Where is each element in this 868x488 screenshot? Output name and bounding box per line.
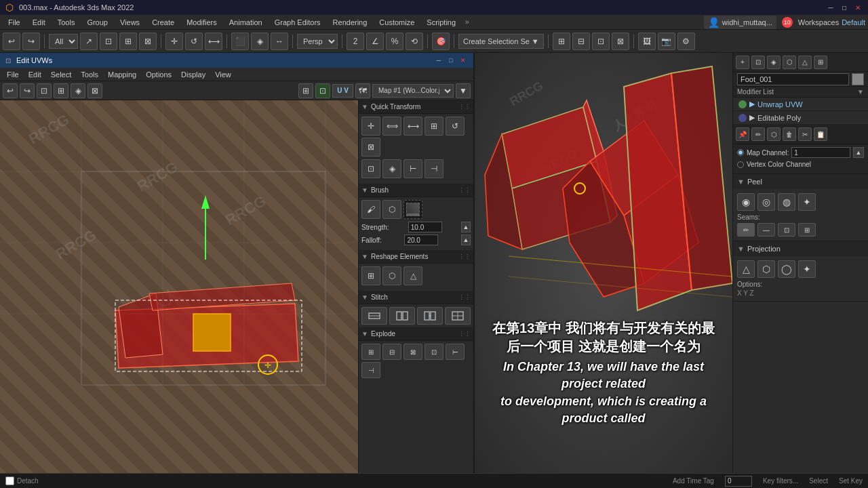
uv-menu-edit[interactable]: Edit xyxy=(24,69,45,80)
menu-tools[interactable]: Tools xyxy=(52,17,81,28)
mirror-btn[interactable]: ↔ xyxy=(271,33,288,50)
brush-header[interactable]: ▼ Brush ⋮⋮ xyxy=(359,184,473,197)
proj-btn3[interactable]: ◯ xyxy=(778,260,795,278)
stitch-btn4[interactable] xyxy=(445,307,471,325)
prop-btn3[interactable]: ◈ xyxy=(767,56,781,69)
scale-btn[interactable]: ⟷ xyxy=(205,33,222,50)
reshape-btn3[interactable]: △ xyxy=(403,266,422,285)
object-name-input[interactable] xyxy=(737,73,849,85)
uv-tool5[interactable]: ◈ xyxy=(71,83,85,98)
status-filters[interactable]: Key filters... xyxy=(763,477,798,485)
minimize-button[interactable]: ─ xyxy=(826,3,835,12)
named-sel1[interactable]: ⊞ xyxy=(553,33,570,50)
reshape-btn1[interactable]: ⊞ xyxy=(361,266,380,285)
map-channel-radio[interactable] xyxy=(737,149,744,156)
menu-modifiers[interactable]: Modifiers xyxy=(181,17,222,28)
material-btn[interactable]: ◈ xyxy=(251,33,269,50)
falloff-up[interactable]: ▲ xyxy=(461,235,471,245)
peel-btn1[interactable]: ◉ xyxy=(737,193,755,211)
grid-snap[interactable]: 2 xyxy=(347,33,364,50)
pick-target[interactable]: 🎯 xyxy=(432,33,450,50)
select-paint[interactable]: ⊞ xyxy=(119,33,137,50)
prop-btn4[interactable]: ⬡ xyxy=(783,56,796,69)
uv-tool4[interactable]: ⊞ xyxy=(54,83,68,98)
uv-minimize[interactable]: ─ xyxy=(434,56,443,65)
explode-header[interactable]: ▼ Explode ⋮⋮ xyxy=(359,327,473,341)
named-sel4[interactable]: ⊠ xyxy=(612,33,629,50)
percent-snap[interactable]: % xyxy=(386,33,403,50)
peel-btn4[interactable]: ✦ xyxy=(798,193,816,211)
explode-btn2[interactable]: ⊟ xyxy=(382,344,401,360)
menu-rendering[interactable]: Rendering xyxy=(328,17,373,28)
maximize-button[interactable]: □ xyxy=(840,3,849,12)
uv-menu-select[interactable]: Select xyxy=(47,69,76,80)
proj-btn1[interactable]: △ xyxy=(737,260,755,278)
object-color-swatch[interactable] xyxy=(852,73,864,85)
uv-map-select[interactable]: Map #1 (Wo...Color.jpg) xyxy=(372,84,454,98)
modifier-list-expand[interactable]: ▼ xyxy=(857,88,864,96)
menu-animation[interactable]: Animation xyxy=(224,17,268,28)
seam-btn2[interactable]: — xyxy=(757,223,775,237)
peel-btn2[interactable]: ◎ xyxy=(757,193,775,211)
modifier-editable-poly[interactable]: ▶ Editable Poly xyxy=(733,111,868,125)
render2[interactable]: 📷 xyxy=(658,33,675,50)
detach-checkbox[interactable] xyxy=(5,476,14,485)
uv-tool1[interactable]: ↩ xyxy=(3,83,18,98)
prop-btn2[interactable]: ⊡ xyxy=(751,56,765,69)
projection-header[interactable]: ▼ Projection xyxy=(733,241,868,256)
angle-snap[interactable]: ∠ xyxy=(366,33,384,50)
uv-tool6[interactable]: ⊠ xyxy=(87,83,102,98)
qt-btn3[interactable]: ⟷ xyxy=(403,117,422,136)
qt-btn6[interactable]: ⊠ xyxy=(361,138,380,157)
rotate-btn[interactable]: ↺ xyxy=(185,33,203,50)
close-button[interactable]: ✕ xyxy=(853,3,863,12)
proj-btn2[interactable]: ⬡ xyxy=(757,260,775,278)
render3[interactable]: ⚙ xyxy=(677,33,695,50)
spinner-snap[interactable]: ⟲ xyxy=(406,33,423,50)
brush-paint[interactable]: 🖌 xyxy=(361,200,380,219)
qt-btn9[interactable]: ⊢ xyxy=(403,159,422,178)
reshape-header[interactable]: ▼ Reshape Elements ⋮⋮ xyxy=(359,250,473,264)
named-sel3[interactable]: ⊡ xyxy=(592,33,610,50)
brush-select[interactable]: ⬡ xyxy=(382,200,401,219)
undo-btn[interactable]: ↩ xyxy=(3,33,20,50)
uv-menu-options[interactable]: Options xyxy=(142,69,176,80)
seam-btn4[interactable]: ⊞ xyxy=(798,223,816,237)
uv-map-expand[interactable]: ▼ xyxy=(456,83,471,98)
uv-grid-btn[interactable]: ⊞ xyxy=(298,83,313,98)
menu-customize[interactable]: Customize xyxy=(374,17,420,28)
mod-edit[interactable]: ✏ xyxy=(751,127,765,141)
menu-graph-editors[interactable]: Graph Editors xyxy=(269,17,326,28)
explode-btn1[interactable]: ⊞ xyxy=(361,344,380,360)
uv-menu-view[interactable]: View xyxy=(211,69,235,80)
uv-close[interactable]: ✕ xyxy=(458,56,468,65)
uv-tool2[interactable]: ↪ xyxy=(20,83,35,98)
select-filter[interactable]: All xyxy=(49,34,78,49)
map-channel-input[interactable] xyxy=(791,147,850,158)
uv-map-icon[interactable]: 🗺 xyxy=(355,83,370,98)
explode-btn5[interactable]: ⊢ xyxy=(446,344,465,360)
uv-maximize[interactable]: □ xyxy=(446,56,456,65)
explode-btn3[interactable]: ⊠ xyxy=(403,344,422,360)
reshape-btn2[interactable]: ⬡ xyxy=(382,266,401,285)
prop-btn1[interactable]: + xyxy=(736,56,749,69)
status-set-key[interactable]: Set Key xyxy=(839,477,863,485)
qt-btn7[interactable]: ⊡ xyxy=(361,159,380,178)
named-sel2[interactable]: ⊟ xyxy=(572,33,590,50)
falloff-input[interactable] xyxy=(404,235,438,245)
mod-delete[interactable]: 🗑 xyxy=(783,127,796,141)
menu-file[interactable]: File xyxy=(3,17,26,28)
uv-menu-tools[interactable]: Tools xyxy=(77,69,102,80)
seam-btn1[interactable]: ✏ xyxy=(737,223,755,237)
frame-input[interactable] xyxy=(725,476,752,487)
menu-views[interactable]: Views xyxy=(115,17,145,28)
render-btn[interactable]: ⬛ xyxy=(231,33,249,50)
seam-btn3[interactable]: ⊡ xyxy=(778,223,795,237)
explode-btn4[interactable]: ⊡ xyxy=(425,344,443,360)
mod-cut[interactable]: ✂ xyxy=(798,127,812,141)
stitch-header[interactable]: ▼ Stitch ⋮⋮ xyxy=(359,291,473,304)
stitch-btn2[interactable] xyxy=(389,307,415,325)
uv-menu-mapping[interactable]: Mapping xyxy=(104,69,140,80)
viewport-select[interactable]: Persp xyxy=(297,34,338,49)
qt-btn4[interactable]: ⊞ xyxy=(425,117,443,136)
